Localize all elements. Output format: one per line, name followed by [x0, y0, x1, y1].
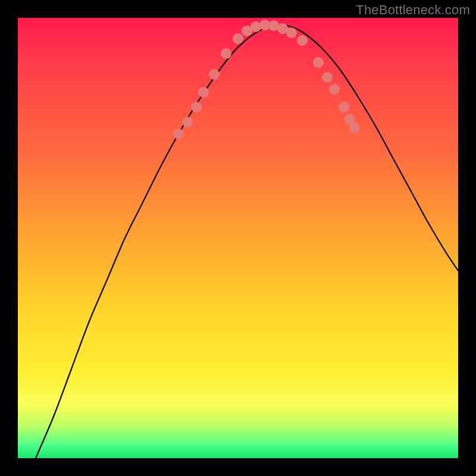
highlight-dot: [173, 129, 184, 139]
highlight-dot: [286, 27, 297, 38]
highlight-dot: [322, 72, 333, 83]
plot-area: [18, 18, 458, 458]
highlight-dot: [339, 102, 349, 112]
highlight-dot: [191, 102, 202, 112]
highlight-dot: [182, 117, 193, 127]
highlight-dot: [297, 35, 308, 46]
chart-frame: TheBottleneck.com: [0, 0, 476, 476]
highlight-dot: [233, 33, 243, 44]
highlight-dots: [173, 20, 360, 139]
highlight-dot: [250, 21, 261, 32]
highlight-dot: [313, 57, 324, 68]
bottleneck-curve: [36, 25, 458, 458]
watermark-text: TheBottleneck.com: [356, 2, 470, 18]
highlight-dot: [329, 84, 340, 95]
highlight-dot: [221, 48, 231, 59]
highlight-dot: [349, 123, 360, 133]
curve-svg: [18, 18, 458, 458]
highlight-dot: [209, 69, 220, 80]
highlight-dot: [198, 87, 209, 98]
